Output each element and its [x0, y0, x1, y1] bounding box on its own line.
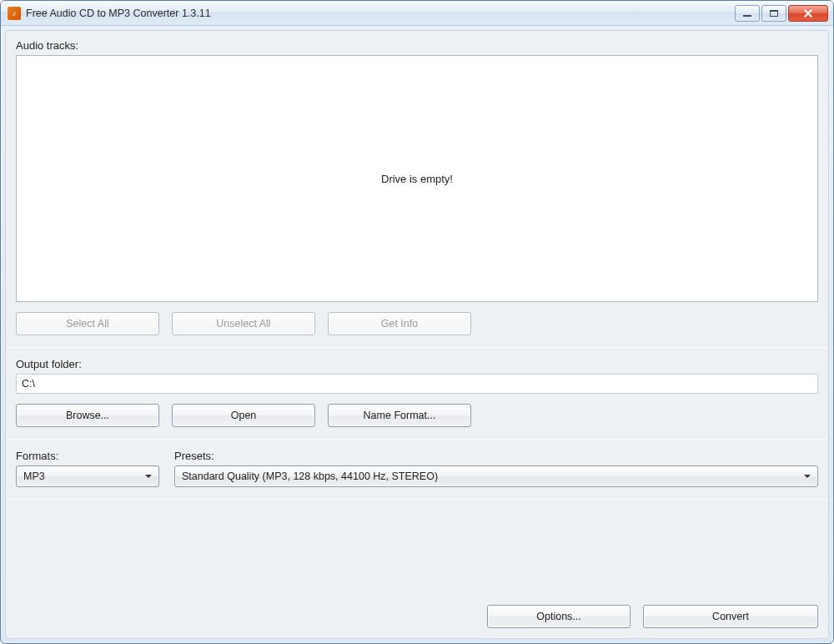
convert-button[interactable]: Convert: [643, 605, 818, 628]
close-button[interactable]: [788, 5, 828, 22]
formats-presets-row: Formats: MP3 Presets: Standard Quality (…: [16, 450, 818, 487]
footer-button-row: Options... Convert: [16, 601, 818, 628]
separator: [6, 347, 828, 348]
output-button-row: Browse... Open Name Format...: [16, 404, 818, 427]
minimize-button[interactable]: [735, 5, 760, 22]
app-window: ♪ Free Audio CD to MP3 Converter 1.3.11 …: [0, 0, 834, 644]
window-controls: [735, 5, 828, 22]
client-area: Audio tracks: Drive is empty! Select All…: [5, 30, 829, 639]
browse-button[interactable]: Browse...: [16, 404, 159, 427]
presets-dropdown[interactable]: Standard Quality (MP3, 128 kbps, 44100 H…: [174, 465, 818, 487]
audio-tracks-list[interactable]: Drive is empty!: [16, 55, 818, 302]
chevron-down-icon: [145, 475, 152, 478]
select-all-button[interactable]: Select All: [16, 312, 159, 335]
name-format-button[interactable]: Name Format...: [328, 404, 471, 427]
open-button[interactable]: Open: [172, 404, 315, 427]
separator: [6, 499, 828, 500]
presets-selected: Standard Quality (MP3, 128 kbps, 44100 H…: [182, 470, 799, 482]
maximize-icon: [770, 10, 778, 17]
output-folder-label: Output folder:: [16, 358, 818, 370]
titlebar[interactable]: ♪ Free Audio CD to MP3 Converter 1.3.11: [1, 1, 833, 26]
audio-tracks-label: Audio tracks:: [16, 39, 818, 52]
formats-dropdown[interactable]: MP3: [16, 465, 159, 487]
formats-selected: MP3: [23, 470, 140, 482]
close-icon: [803, 8, 813, 18]
drive-empty-message: Drive is empty!: [381, 173, 453, 185]
app-icon: ♪: [8, 7, 21, 20]
separator: [6, 439, 828, 440]
window-title: Free Audio CD to MP3 Converter 1.3.11: [26, 8, 735, 19]
formats-column: Formats: MP3: [16, 450, 159, 487]
presets-label: Presets:: [174, 450, 818, 462]
unselect-all-button[interactable]: Unselect All: [172, 312, 315, 335]
output-folder-input[interactable]: C:\: [16, 374, 818, 394]
options-button[interactable]: Options...: [487, 605, 631, 628]
get-info-button[interactable]: Get Info: [328, 312, 471, 335]
formats-label: Formats:: [16, 450, 159, 462]
presets-column: Presets: Standard Quality (MP3, 128 kbps…: [174, 450, 818, 487]
maximize-button[interactable]: [761, 5, 786, 22]
minimize-icon: [743, 15, 751, 17]
chevron-down-icon: [804, 475, 811, 478]
tracks-button-row: Select All Unselect All Get Info: [16, 312, 818, 335]
